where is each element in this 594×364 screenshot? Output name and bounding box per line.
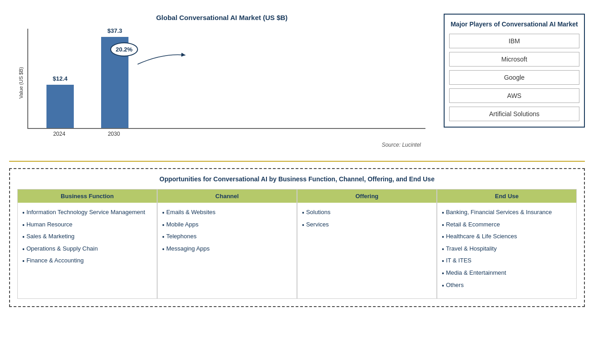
col-body-business-function: •Information Technology Service Manageme… [18,203,157,298]
opportunities-title: Opportunities for Conversational AI by B… [17,175,577,183]
bullet-icon: • [302,209,304,218]
top-section: Global Conversational AI Market (US $B) … [9,9,585,153]
bullet-icon: • [442,282,444,291]
list-item: •Retail & Ecommerce [442,220,572,230]
list-item: •Human Resource [22,220,152,230]
list-item: •Banking, Financial Services & Insurance [442,208,572,218]
cagr-arrow-svg [135,51,190,69]
list-item: •Services [302,220,432,230]
opportunities-section: Opportunities for Conversational AI by B… [9,168,585,307]
page-wrapper: Global Conversational AI Market (US $B) … [0,0,594,364]
bullet-icon: • [442,269,444,278]
col-body-end-use: •Banking, Financial Services & Insurance… [437,203,576,298]
chart-container: Value (US $B) 20.2% [18,29,425,137]
major-players-title: Major Players of Conversational AI Marke… [451,20,578,28]
chart-title: Global Conversational AI Market (US $B) [156,14,288,21]
source-text: Source: Lucintel [18,142,425,148]
list-item: •Emails & Websites [162,208,292,218]
bullet-icon: • [442,257,444,266]
bullet-icon: • [162,221,164,230]
col-body-offering: •Solutions •Services [297,203,436,298]
bullet-icon: • [162,209,164,218]
col-offering: Offering •Solutions •Services [297,189,437,299]
list-item: •Sales & Marketing [22,232,152,242]
cagr-annotation: 20.2% [110,42,138,56]
list-item: •Healthcare & Life Sciences [442,232,572,242]
player-item-microsoft: Microsoft [449,52,579,67]
cagr-bubble: 20.2% [110,42,138,56]
bullet-icon: • [442,233,444,242]
list-item: •Information Technology Service Manageme… [22,208,152,218]
chart-inner: 20.2% [27,29,425,137]
col-header-offering: Offering [297,190,436,203]
bar-value-2024: $12.4 [53,75,68,82]
col-header-business-function: Business Function [18,190,157,203]
bar-group-2024: $12.4 [46,75,74,128]
col-header-end-use: End Use [437,190,576,203]
x-label-2030: 2030 [100,131,128,137]
y-axis-label: Value (US $B) [18,67,24,99]
list-item: •Messaging Apps [162,245,292,254]
list-item: •Finance & Accounting [22,256,152,266]
bullet-icon: • [22,233,25,242]
col-channel: Channel •Emails & Websites •Mobile Apps … [157,189,297,299]
columns-grid: Business Function •Information Technolog… [17,189,577,299]
bullet-icon: • [162,233,164,242]
player-item-artificial-solutions: Artificial Solutions [449,107,579,121]
section-divider [9,161,585,162]
major-players-box: Major Players of Conversational AI Marke… [444,14,585,128]
bullet-icon: • [302,221,304,230]
bullet-icon: • [22,245,25,254]
bullet-icon: • [22,257,25,266]
list-item: •Others [442,281,572,291]
list-item: •Solutions [302,208,432,218]
x-label-2024: 2024 [46,131,73,137]
list-item: •Travel & Hospitality [442,245,572,254]
col-header-channel: Channel [158,190,297,203]
player-item-aws: AWS [449,88,579,103]
chart-area: Global Conversational AI Market (US $B) … [9,9,435,153]
bullet-icon: • [442,209,444,218]
col-end-use: End Use •Banking, Financial Services & I… [437,189,577,299]
bar-value-2030: $37.3 [108,27,123,34]
col-business-function: Business Function •Information Technolog… [17,189,157,299]
list-item: •Media & Entertainment [442,269,572,278]
list-item: •Operations & Supply Chain [22,245,152,254]
x-axis-labels: 2024 2030 [27,131,425,137]
list-item: •Telephones [162,232,292,242]
bar-2024 [46,85,74,128]
list-item: •Mobile Apps [162,220,292,230]
bullet-icon: • [162,245,164,254]
bullet-icon: • [442,245,444,254]
player-item-google: Google [449,70,579,85]
bars-area: 20.2% [27,29,425,129]
bullet-icon: • [22,221,25,230]
bullet-icon: • [442,221,444,230]
col-body-channel: •Emails & Websites •Mobile Apps •Telepho… [158,203,297,298]
bullet-icon: • [22,209,25,218]
player-item-ibm: IBM [449,34,579,48]
list-item: •IT & ITES [442,256,572,266]
